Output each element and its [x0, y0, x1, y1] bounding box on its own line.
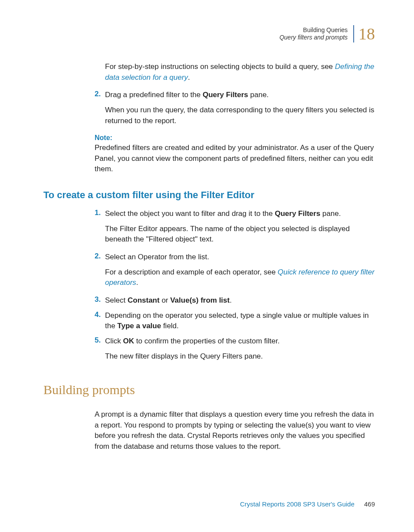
s2-text-a: For a description and example of each op… — [105, 268, 278, 276]
step-text: Select an Operator from the list. — [105, 252, 375, 263]
s2-description: For a description and example of each op… — [105, 267, 375, 288]
query-filters-label: Query Filters — [203, 91, 248, 99]
s4-text-b: field. — [161, 322, 179, 330]
s5-text-a: Click — [105, 337, 123, 345]
s5-text-b: to confirm the properties of the custom … — [134, 337, 279, 345]
filter-step-1: 1. Select the object you want to filter … — [95, 209, 375, 219]
step2-text-a: Drag a predefined filter to the — [105, 91, 203, 99]
step-2: 2. Drag a predefined filter to the Query… — [95, 90, 375, 101]
step-text: Drag a predefined filter to the Query Fi… — [105, 90, 375, 101]
s5-description: The new filter displays in the Query Fil… — [105, 351, 375, 362]
note-paragraph: Predefined filters are created and edite… — [95, 143, 375, 175]
step-text: Depending on the operator you selected, … — [105, 310, 375, 332]
step-number: 2. — [95, 90, 105, 101]
ok-label: OK — [123, 337, 135, 345]
filter-step-4: 4. Depending on the operator you selecte… — [95, 310, 375, 332]
footer-page-number: 469 — [364, 500, 375, 508]
s1-description: The Filter Editor appears. The name of t… — [105, 224, 375, 245]
step-number: 4. — [95, 310, 105, 332]
chapter-number: 18 — [358, 26, 375, 42]
header-text-block: Building Queries Query filters and promp… — [279, 26, 348, 41]
filter-step-5: 5. Click OK to confirm the properties of… — [95, 336, 375, 347]
step-number: 3. — [95, 295, 105, 306]
filter-step-2: 2. Select an Operator from the list. — [95, 252, 375, 263]
building-prompts-heading: Building prompts — [43, 382, 375, 397]
step-text: Click OK to confirm the properties of th… — [105, 336, 375, 347]
step2-text-b: pane. — [248, 91, 269, 99]
type-a-value-label: Type a value — [117, 322, 161, 330]
step-number: 1. — [95, 209, 105, 219]
step-text: Select the object you want to filter and… — [105, 209, 375, 219]
query-filters-label: Query Filters — [275, 209, 320, 218]
intro-text-a: For step-by-step instructions on selecti… — [105, 62, 335, 71]
footer-guide-title: Crystal Reports 2008 SP3 User's Guide — [240, 500, 355, 508]
step2-description: When you run the query, the data corresp… — [105, 105, 375, 126]
s1-text-a: Select the object you want to filter and… — [105, 209, 275, 218]
intro-paragraph: For step-by-step instructions on selecti… — [105, 62, 375, 83]
s3-text-c: . — [230, 296, 232, 304]
header-section-title: Query filters and prompts — [279, 34, 348, 41]
page-footer: Crystal Reports 2008 SP3 User's Guide 46… — [240, 500, 375, 508]
prompts-paragraph: A prompt is a dynamic filter that displa… — [95, 409, 375, 452]
note-label: Note: — [95, 134, 375, 142]
values-from-list-label: Value(s) from list — [170, 296, 230, 304]
page-header: Building Queries Query filters and promp… — [43, 25, 375, 42]
s1-text-b: pane. — [320, 209, 341, 218]
step-text: Select Constant or Value(s) from list. — [105, 295, 375, 306]
s3-text-a: Select — [105, 296, 128, 304]
filter-editor-heading: To create a custom filter using the Filt… — [43, 189, 375, 201]
intro-text-b: . — [188, 73, 190, 82]
step-number: 2. — [95, 252, 105, 263]
constant-label: Constant — [128, 296, 160, 304]
s3-text-b: or — [160, 296, 171, 304]
header-divider — [353, 25, 354, 42]
filter-step-3: 3. Select Constant or Value(s) from list… — [95, 295, 375, 306]
step-number: 5. — [95, 336, 105, 347]
header-chapter-title: Building Queries — [279, 26, 348, 34]
main-content: For step-by-step instructions on selecti… — [43, 62, 375, 452]
s2-text-b: . — [136, 278, 138, 287]
